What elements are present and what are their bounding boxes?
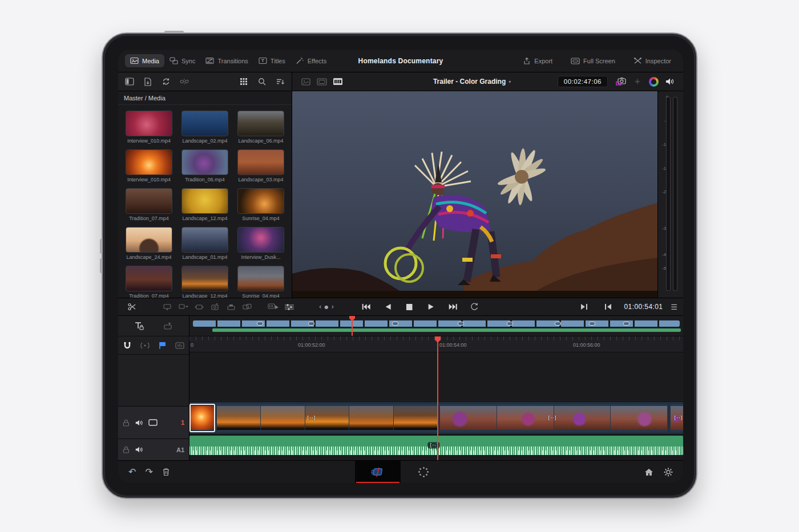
media-item[interactable]: Sunrise_04.mp4 xyxy=(235,266,287,298)
video-track-header[interactable]: 1 xyxy=(118,406,189,438)
audio-track-header[interactable]: A1 xyxy=(118,438,189,460)
preview-viewer[interactable] xyxy=(292,91,657,298)
next-edit-button[interactable] xyxy=(576,300,592,314)
smart-insert-button[interactable] xyxy=(159,300,175,314)
media-item[interactable]: Landscape_24.mp4 xyxy=(123,227,175,260)
audio-waveform-detail xyxy=(189,450,683,455)
filmstrip-view-button[interactable] xyxy=(330,75,346,88)
media-item[interactable]: Sunrise_04.mp4 xyxy=(235,188,287,221)
media-item[interactable]: Landscape_06.mp4 xyxy=(235,111,287,144)
select-tool-button[interactable] xyxy=(131,319,147,333)
timeline-toolbar: ‹ ● › 01:00:54:01 ☰ xyxy=(118,298,683,316)
marker-range-button[interactable] xyxy=(137,339,153,352)
export-button[interactable]: Export xyxy=(518,54,558,68)
play-reverse-button[interactable] xyxy=(380,300,396,314)
media-item[interactable]: Landscape_12.mp4 xyxy=(179,266,231,298)
close-up-button[interactable] xyxy=(207,300,223,314)
media-item[interactable]: Interview_010.mp4 xyxy=(123,111,175,144)
video-track[interactable]: [··] [··] [··] xyxy=(189,401,683,434)
media-item[interactable]: Interview_010.mp4 xyxy=(123,149,175,182)
camera-overlay-button[interactable] xyxy=(614,75,629,88)
playhead[interactable] xyxy=(437,336,438,460)
undo-button[interactable]: ↶ xyxy=(128,466,136,477)
color-page-button[interactable] xyxy=(401,461,446,484)
stop-button[interactable] xyxy=(401,300,417,314)
breadcrumb[interactable]: Master / Media xyxy=(118,91,292,105)
system-controls xyxy=(644,468,673,477)
media-item[interactable]: Tradition_07.mp4 xyxy=(123,266,175,298)
media-item[interactable]: Landscape_02.mp4 xyxy=(179,111,231,144)
clip-sunset-panorama[interactable] xyxy=(216,404,438,432)
adjust-sliders-icon xyxy=(284,303,294,311)
tab-sync[interactable]: Sync xyxy=(164,54,200,67)
sort-button[interactable] xyxy=(272,75,288,88)
go-to-end-button[interactable] xyxy=(445,300,461,314)
tools-button[interactable] xyxy=(281,300,297,314)
media-item[interactable]: Tradition_06.mp4 xyxy=(179,149,231,182)
color-grade-button[interactable] xyxy=(645,75,661,88)
trim-tool-button[interactable] xyxy=(160,319,176,333)
audio-monitor-button[interactable] xyxy=(661,75,677,88)
thumbnail-view-button[interactable] xyxy=(236,75,252,88)
volume-down-button xyxy=(100,258,102,273)
timeline-options-menu[interactable]: ☰ xyxy=(671,303,677,311)
snapping-button[interactable] xyxy=(119,339,135,352)
previous-edit-button[interactable] xyxy=(600,300,616,314)
fast-review-button[interactable] xyxy=(265,300,281,314)
unlink-button[interactable] xyxy=(176,75,192,88)
overview-playhead[interactable] xyxy=(352,316,353,336)
overview-marker xyxy=(458,322,464,326)
media-thumbnail xyxy=(126,227,172,253)
settings-gear-button[interactable] xyxy=(664,468,673,477)
audio-track[interactable]: [··] xyxy=(189,434,683,456)
jog-control[interactable]: ‹ ● › xyxy=(319,303,334,311)
timeline-selector[interactable]: Trailer - Color Grading ▾ xyxy=(433,78,511,86)
mixer-button[interactable] xyxy=(172,339,188,352)
viewer-toolbar: Trailer - Color Grading ▾ 00:02:47:06 xyxy=(292,72,683,91)
timeline-name: Trailer - Color Grading xyxy=(433,78,506,86)
relink-button[interactable] xyxy=(158,75,174,88)
timeline-right-area[interactable]: 0 01:00:52:00 01:00:54:00 01:00:56:00 xyxy=(189,316,683,460)
top-actions: Export Full Screen Inspector xyxy=(518,54,676,68)
tab-media[interactable]: Media xyxy=(125,54,164,67)
sort-icon xyxy=(276,78,285,86)
export-icon xyxy=(523,57,531,65)
import-media-button[interactable] xyxy=(140,75,156,88)
enhance-button[interactable] xyxy=(629,75,645,88)
track-audio-icon xyxy=(135,446,143,453)
main-row: Master / Media Interview_010.mp4 Landsca… xyxy=(118,91,683,298)
bin-list-button[interactable] xyxy=(122,75,138,88)
tab-effects[interactable]: Effects xyxy=(290,54,332,67)
clip-sunrise-selected[interactable] xyxy=(189,404,215,432)
home-button[interactable] xyxy=(644,468,653,476)
media-grid: Interview_010.mp4 Landscape_02.mp4 Lands… xyxy=(118,105,292,298)
tab-transitions[interactable]: Transitions xyxy=(200,54,253,67)
media-item[interactable]: Interview_Dusk... xyxy=(235,227,287,260)
loop-button[interactable] xyxy=(466,300,482,314)
clip-thumbnail xyxy=(261,406,304,430)
media-item[interactable]: Landscape_12.mp4 xyxy=(179,188,231,221)
place-on-top-button[interactable] xyxy=(223,300,239,314)
ripple-overwrite-button[interactable] xyxy=(191,300,207,314)
search-button[interactable] xyxy=(254,75,270,88)
trash-button[interactable] xyxy=(162,468,170,476)
go-to-start-button[interactable] xyxy=(358,300,374,314)
source-overwrite-button[interactable] xyxy=(239,300,255,314)
media-item[interactable]: Landscape_03.mp4 xyxy=(235,149,287,182)
play-button[interactable] xyxy=(423,300,439,314)
media-item[interactable]: Tradition_07.mp4 xyxy=(123,188,175,221)
media-item[interactable]: Landscape_01.mp4 xyxy=(179,227,231,260)
cut-page-button[interactable] xyxy=(355,461,401,484)
safe-area-view-button[interactable] xyxy=(314,75,330,88)
full-screen-button[interactable]: Full Screen xyxy=(566,54,620,68)
single-view-button[interactable] xyxy=(298,75,314,88)
redo-button[interactable]: ↷ xyxy=(145,466,152,477)
append-clip-button[interactable] xyxy=(175,300,191,314)
split-clip-button[interactable] xyxy=(124,300,140,314)
timeline-overview[interactable] xyxy=(189,316,683,336)
inspector-button[interactable]: Inspector xyxy=(628,54,676,68)
flag-button[interactable] xyxy=(154,339,170,352)
speaker-icon xyxy=(665,78,675,86)
tab-titles[interactable]: Titles xyxy=(253,54,290,67)
inspector-icon xyxy=(633,57,642,64)
